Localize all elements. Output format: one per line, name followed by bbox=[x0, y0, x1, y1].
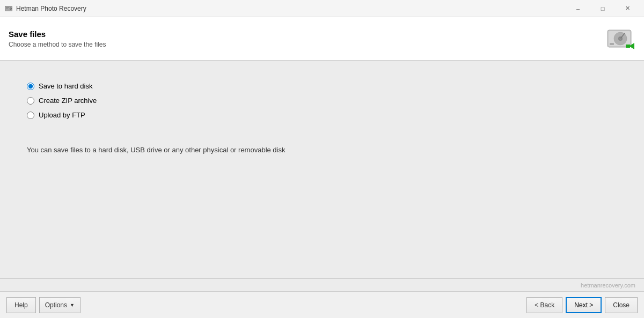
options-label: Options bbox=[45, 301, 67, 309]
footer-left: Help Options ▼ bbox=[6, 297, 526, 313]
radio-save-zip-label: Create ZIP archive bbox=[39, 97, 97, 105]
header-icon bbox=[605, 24, 635, 54]
description-text: You can save files to a hard disk, USB d… bbox=[27, 146, 617, 154]
svg-rect-14 bbox=[626, 45, 630, 48]
svg-rect-12 bbox=[610, 43, 614, 45]
header-text: Save files Choose a method to save the f… bbox=[9, 29, 106, 48]
options-section: Save to hard disk Create ZIP archive Upl… bbox=[27, 82, 617, 119]
radio-save-hdd[interactable] bbox=[27, 83, 34, 90]
option-save-zip[interactable]: Create ZIP archive bbox=[27, 97, 617, 105]
back-button[interactable]: < Back bbox=[526, 297, 562, 313]
app-icon bbox=[4, 4, 13, 13]
watermark-area: hetmanrecovery.com bbox=[0, 278, 644, 291]
header-area: Save files Choose a method to save the f… bbox=[0, 17, 644, 61]
maximize-button[interactable]: □ bbox=[590, 0, 615, 17]
radio-upload-ftp-label: Upload by FTP bbox=[39, 111, 85, 119]
next-button[interactable]: Next > bbox=[566, 297, 602, 313]
main-content: Save to hard disk Create ZIP archive Upl… bbox=[0, 61, 644, 278]
window-controls: – □ ✕ bbox=[566, 0, 640, 17]
app-title: Hetman Photo Recovery bbox=[16, 5, 566, 12]
page-title: Save files bbox=[9, 29, 106, 39]
options-button[interactable]: Options ▼ bbox=[39, 297, 80, 313]
option-save-hdd[interactable]: Save to hard disk bbox=[27, 82, 617, 90]
footer: Help Options ▼ < Back Next > Close bbox=[0, 291, 644, 318]
close-window-button[interactable]: ✕ bbox=[615, 0, 640, 17]
options-dropdown-arrow: ▼ bbox=[70, 302, 75, 308]
watermark-text: hetmanrecovery.com bbox=[581, 282, 635, 289]
svg-rect-4 bbox=[6, 8, 9, 8]
minimize-button[interactable]: – bbox=[566, 0, 590, 17]
svg-rect-5 bbox=[6, 9, 8, 9]
close-button[interactable]: Close bbox=[605, 297, 638, 313]
radio-save-hdd-label: Save to hard disk bbox=[39, 82, 92, 90]
option-upload-ftp[interactable]: Upload by FTP bbox=[27, 111, 617, 119]
page-subtitle: Choose a method to save the files bbox=[9, 41, 106, 48]
svg-point-3 bbox=[10, 8, 11, 9]
radio-upload-ftp[interactable] bbox=[27, 112, 34, 119]
radio-save-zip[interactable] bbox=[27, 97, 34, 105]
title-bar: Hetman Photo Recovery – □ ✕ bbox=[0, 0, 644, 17]
footer-right: < Back Next > Close bbox=[526, 297, 638, 313]
help-button[interactable]: Help bbox=[6, 297, 36, 313]
